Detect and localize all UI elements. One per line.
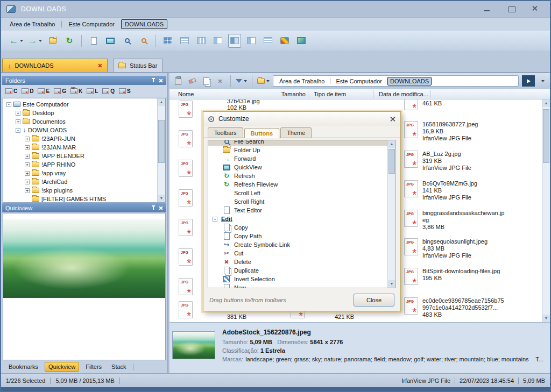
file-list-scrollbar[interactable]: ▲ ▼	[542, 99, 550, 322]
expander[interactable]: +	[25, 180, 30, 184]
tab-filters[interactable]: Filters	[82, 362, 105, 371]
list-item[interactable]: Copy	[208, 223, 395, 232]
editor-button[interactable]	[87, 34, 100, 48]
list-item[interactable]: Copy Path	[208, 232, 395, 240]
list-item[interactable]: New	[208, 283, 395, 288]
column-header-date[interactable]: Data de modifica...	[373, 89, 430, 99]
file-thumbnail[interactable]	[172, 331, 215, 359]
file-item[interactable]: AB_Luz 2g.jpg319 KBIrfanView JPG File	[404, 151, 506, 172]
breadcrumb-item-computer[interactable]: Este Computador	[65, 20, 118, 28]
file-item[interactable]: binggrasslandssaskachewan.jpeg3,86 MB	[404, 210, 506, 231]
tree-item[interactable]: +!23JAN-MAR	[3, 143, 165, 152]
pin-icon[interactable]	[151, 78, 156, 83]
list-item[interactable]: Scroll Left	[208, 189, 395, 197]
close-button[interactable]	[532, 5, 538, 11]
paste-button[interactable]	[173, 76, 183, 87]
color-management-button[interactable]	[278, 34, 291, 48]
scroll-up-icon[interactable]: ▲	[388, 140, 395, 148]
jpg-file-icon[interactable]	[179, 278, 193, 295]
list-item[interactable]: →Forward	[208, 154, 395, 163]
list-item[interactable]: ↪Create Symbolic Link	[208, 240, 395, 249]
expander[interactable]: +	[25, 162, 30, 167]
tree-item[interactable]: +!APP RHINO	[3, 160, 165, 169]
list-item[interactable]: ↻Refresh Fileview	[208, 180, 395, 189]
expander[interactable]: -	[213, 217, 217, 222]
list-item[interactable]: Text Editor	[208, 206, 395, 215]
tab-status-bar[interactable]: Status Bar	[113, 59, 163, 72]
scrollbar-thumb[interactable]	[158, 120, 165, 163]
viewer-button[interactable]	[104, 34, 117, 48]
close-panel-icon[interactable]	[159, 206, 163, 210]
brush-button[interactable]	[187, 76, 197, 87]
list-item[interactable]: Invert Selection	[208, 275, 395, 283]
list-item[interactable]: ✂Cut	[208, 249, 395, 258]
list-item[interactable]: Folder Up	[208, 146, 395, 154]
view-columns-button[interactable]	[245, 34, 258, 48]
drive-c[interactable]: C	[4, 88, 18, 95]
advanced-search-button[interactable]	[137, 34, 150, 48]
list-item[interactable]: Scroll Right	[208, 197, 395, 206]
scroll-down-icon[interactable]: ▼	[158, 195, 165, 202]
drive-g[interactable]: G	[53, 88, 67, 95]
file-item[interactable]: ec0de0ce9396785eae7156b75997c1e0a4142702…	[404, 297, 506, 318]
tree-item-computer[interactable]: -Este Computador	[3, 100, 165, 109]
tree-item-documentos[interactable]: +Documentos	[3, 117, 165, 126]
tree-item[interactable]: [FILTER] GAMES HTMS	[3, 195, 165, 203]
list-item[interactable]: Duplicate	[208, 266, 395, 275]
slideshow-button[interactable]	[295, 34, 308, 48]
view-list-button[interactable]	[195, 34, 208, 48]
tab-bookmarks[interactable]: Bookmarks	[5, 362, 41, 371]
maximize-button[interactable]	[507, 5, 517, 13]
file-item[interactable]: e4cc5d300025e035f4d2aa3...461 KB	[404, 99, 506, 110]
expander[interactable]: +	[25, 171, 30, 176]
file-item[interactable]: Bc6QvTo9MZmG.jpg141 KBIrfanView JPG File	[404, 180, 506, 201]
list-item[interactable]: ↻Refresh	[208, 172, 395, 180]
scrollbar-thumb[interactable]	[388, 149, 395, 174]
list-item[interactable]: QuickView	[208, 163, 395, 172]
copy-button[interactable]	[201, 76, 211, 87]
file-item[interactable]: bingsequoiasunlight.jpeg4,83 MBIrfanView…	[404, 238, 506, 259]
tree-scrollbar[interactable]: ▲ ▼	[157, 98, 165, 202]
view-tiles-button[interactable]	[211, 34, 224, 48]
pin-icon[interactable]	[151, 205, 156, 210]
column-divider[interactable]	[430, 90, 430, 98]
expander[interactable]: +	[16, 111, 20, 116]
tree-item[interactable]: +!skp plugins	[3, 186, 165, 195]
minimize-button[interactable]	[482, 5, 492, 13]
jpg-file-icon[interactable]	[179, 130, 193, 147]
forward-button[interactable]: →	[27, 34, 43, 48]
dialog-close-button[interactable]: Close	[354, 294, 394, 307]
scroll-up-icon[interactable]: ▲	[158, 98, 165, 106]
tab-close-icon[interactable]	[98, 63, 102, 68]
list-group-edit[interactable]: -Edit	[208, 215, 395, 223]
dialog-scrollbar[interactable]: ▲ ▼	[387, 140, 395, 288]
drive-k[interactable]: SDK	[69, 88, 83, 95]
view-pairs-button[interactable]	[262, 34, 274, 48]
back-button[interactable]: ←	[9, 34, 24, 48]
jpg-file-icon[interactable]	[179, 101, 193, 118]
scroll-down-icon[interactable]: ▼	[388, 280, 395, 288]
tree-item-downloads[interactable]: -↓DOWNLOADS	[3, 126, 165, 134]
list-item[interactable]: Delete	[208, 258, 395, 266]
column-header-name[interactable]: Nome	[169, 89, 272, 99]
tree-item[interactable]: +!APP BLENDER	[3, 152, 165, 160]
view-small-icons-button[interactable]	[178, 34, 191, 48]
folder-up-button[interactable]	[46, 34, 59, 48]
tab-buttons[interactable]: Buttons	[244, 128, 280, 138]
new-folder-button[interactable]	[257, 76, 270, 87]
delete-button[interactable]	[215, 76, 225, 87]
jpg-file-icon[interactable]	[179, 160, 193, 177]
view-thumbnails-button[interactable]	[161, 34, 174, 48]
jpg-file-icon[interactable]	[179, 189, 193, 206]
tab-quickview[interactable]: Quickview	[45, 362, 79, 372]
tab-toolbars[interactable]: Toolbars	[208, 127, 243, 138]
address-item-computer[interactable]: Este Computador	[334, 77, 384, 85]
tab-downloads[interactable]: ↓ DOWNLOADS	[2, 59, 108, 72]
address-go-button[interactable]	[522, 75, 535, 87]
expander[interactable]: +	[25, 145, 30, 150]
dialog-close-icon[interactable]	[390, 116, 395, 122]
file-item[interactable]: 1658189638727.jpeg16,9 KBIrfanView JPG F…	[404, 121, 506, 142]
expander[interactable]: -	[16, 128, 20, 133]
tree-item[interactable]: +!ArchiCad	[3, 177, 165, 186]
address-bar[interactable]: Área de Trabalho Este Computador DOWNLOA…	[273, 75, 519, 87]
